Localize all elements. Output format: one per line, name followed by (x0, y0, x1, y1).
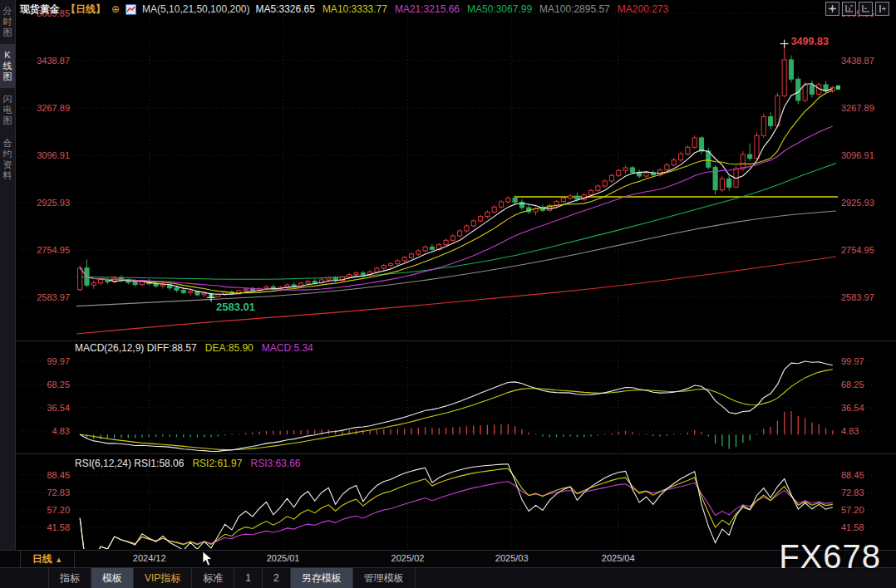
ma-readout: MA5:3326.65 (255, 3, 314, 15)
axis-tick-label: 99.97 (841, 356, 864, 366)
time-axis-row: 日线 ▲ 2024/122025/012025/022025/032025/04 (0, 550, 896, 568)
ma-readout: MA10:3333.77 (322, 3, 387, 15)
date-label: 2025/03 (483, 553, 541, 563)
period-selector-label: 日线 (32, 553, 52, 565)
ma-readout: MA50:3067.99 (467, 3, 532, 15)
period-selector[interactable]: 日线 ▲ (20, 551, 75, 567)
axis-scale-left-icon[interactable] (842, 2, 856, 16)
add-indicator-icon[interactable]: ⊕ (111, 3, 120, 15)
chart-toolbar (825, 2, 889, 16)
axis-tick-label: 3267.89 (32, 103, 70, 113)
tab-另存模板[interactable]: 另存模板 (291, 568, 353, 588)
low-price-label: 2583.01 (216, 301, 255, 313)
tab-bar-spacer (0, 568, 49, 588)
chart-style-icon[interactable] (126, 4, 136, 15)
axis-tick-label: 68.25 (841, 380, 864, 390)
axis-tick-label: 4.83 (32, 426, 70, 436)
axis-tick-label: 41.58 (32, 522, 70, 532)
tab-指标[interactable]: 指标 (49, 568, 91, 588)
mouse-cursor (202, 551, 214, 567)
axis-tick-label: 4.83 (841, 426, 859, 436)
sidebar-item-1[interactable]: K线图 (0, 44, 15, 88)
macd-indicator-header: MACD(26,12,9) DIFF:88.57DEA:85.90MACD:5.… (75, 342, 322, 354)
symbol-title: 现货黄金 (20, 2, 60, 17)
axis-tick-label: 2583.97 (841, 292, 874, 302)
axis-tick-label: 2925.93 (841, 198, 874, 208)
axis-tick-label: 3438.87 (32, 56, 70, 66)
date-label: 2025/02 (379, 553, 437, 563)
pan-right-icon[interactable] (875, 2, 889, 16)
axis-tick-label: 72.83 (841, 488, 864, 497)
chart-application-window: 分时图K线图闪电图合约资料 现货黄金 【日线】 ⊕ MA(5,10,21,50,… (0, 0, 896, 588)
axis-tick-label: 99.97 (32, 356, 70, 366)
axis-tick-label: 2754.95 (841, 245, 874, 255)
sidebar-item-0[interactable]: 分时图 (0, 0, 15, 44)
rsi-indicator-header: RSI(6,12,24) RSI1:58.06RSI2:61.97RSI3:63… (75, 458, 309, 469)
axis-tick-label: 3438.87 (841, 56, 874, 66)
ma-readout: MA21:3215.66 (395, 3, 460, 15)
bottom-tab-bar: 指标模板VIP指标标准12另存模板管理模板 (0, 567, 896, 588)
indicator-readout: MACD(26,12,9) DIFF:88.57 (75, 342, 197, 354)
period-title: 【日线】 (66, 2, 106, 17)
axis-tick-label: 2925.93 (32, 198, 70, 208)
axis-tick-label: 57.20 (841, 505, 864, 515)
axis-tick-label: 3096.91 (32, 150, 70, 160)
chart-header: 现货黄金 【日线】 ⊕ MA(5,10,21,50,100,200) MA5:3… (20, 2, 676, 17)
sidebar-item-3[interactable]: 合约资料 (0, 132, 15, 187)
axis-tick-label: 72.83 (32, 488, 70, 497)
axis-tick-label: 41.58 (841, 522, 864, 532)
brand-watermark: FX678 (779, 538, 881, 576)
axis-tick-label: 2754.95 (32, 245, 70, 255)
axis-tick-label: 3267.89 (841, 103, 874, 113)
axis-tick-label: 3096.91 (841, 150, 874, 160)
indicator-readout: RSI(6,12,24) RSI1:58.06 (75, 458, 184, 469)
ma-settings-label: MA(5,10,21,50,100,200) (142, 3, 249, 15)
indicator-readout: RSI3:63.66 (250, 458, 300, 469)
axis-tick-label: 88.45 (32, 470, 70, 480)
tab-1[interactable]: 1 (234, 568, 263, 588)
high-price-label: 3499.83 (791, 36, 829, 47)
tab-2[interactable]: 2 (263, 568, 291, 588)
axis-tick-label: 68.25 (32, 380, 70, 390)
tab-模板[interactable]: 模板 (91, 568, 134, 588)
tab-标准[interactable]: 标准 (192, 568, 234, 588)
price-chart-canvas[interactable] (0, 0, 896, 588)
axis-scale-right-icon[interactable] (859, 2, 873, 16)
crosshair-tool-icon[interactable] (825, 2, 839, 16)
ma-readout: MA200:273 (618, 3, 668, 15)
axis-tick-label: 57.20 (32, 505, 70, 515)
axis-tick-label: 36.54 (32, 403, 70, 413)
axis-tick-label: 36.54 (841, 403, 864, 413)
axis-tick-label: 2583.97 (32, 292, 70, 302)
chevron-up-icon: ▲ (55, 556, 62, 564)
indicator-readout: MACD:5.34 (262, 342, 313, 354)
ma-readout: MA100:2895.57 (539, 3, 610, 15)
indicator-readout: RSI2:61.97 (192, 458, 242, 469)
indicator-readout: DEA:85.90 (205, 342, 254, 354)
date-label: 2024/12 (121, 553, 179, 563)
sidebar-item-2[interactable]: 闪电图 (0, 88, 15, 132)
date-label: 2025/01 (254, 553, 313, 563)
axis-tick-label: 88.45 (841, 470, 864, 480)
tab-VIP指标[interactable]: VIP指标 (134, 568, 192, 588)
date-label: 2025/04 (589, 553, 647, 563)
ma-readouts: MA5:3326.65MA10:3333.77MA21:3215.66MA50:… (255, 3, 676, 15)
tab-管理模板[interactable]: 管理模板 (353, 568, 416, 588)
chart-type-sidebar: 分时图K线图闪电图合约资料 (0, 0, 16, 550)
